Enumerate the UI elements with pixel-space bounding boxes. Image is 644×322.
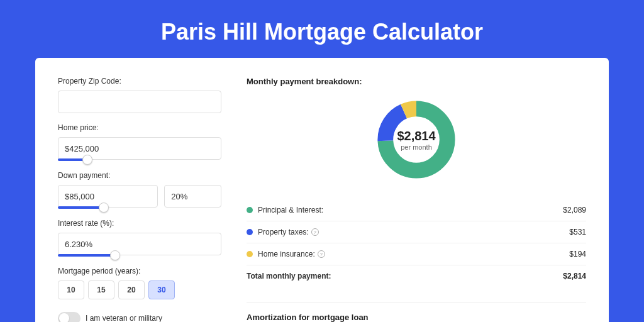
period-btn-15[interactable]: 15: [88, 280, 114, 299]
row-taxes: Property taxes: ? $531: [247, 221, 586, 243]
interest-rate-field: Interest rate (%):: [58, 219, 221, 257]
period-btn-20[interactable]: 20: [118, 280, 145, 299]
breakdown-column: Monthly payment breakdown: $2,814 per mo…: [247, 77, 586, 322]
home-price-field: Home price:: [58, 123, 221, 161]
form-column: Property Zip Code: Home price: Down paym…: [58, 77, 221, 322]
donut-sub: per month: [401, 143, 432, 151]
zip-field: Property Zip Code:: [58, 77, 221, 113]
toggle-switch[interactable]: [58, 312, 80, 322]
interest-rate-label: Interest rate (%):: [58, 219, 221, 228]
row-principal: Principal & Interest: $2,089: [247, 199, 586, 221]
breakdown-rows: Principal & Interest: $2,089 Property ta…: [247, 199, 586, 287]
home-price-label: Home price:: [58, 123, 221, 132]
dot-icon: [247, 229, 253, 235]
interest-rate-input[interactable]: [58, 233, 221, 255]
period-field: Mortgage period (years): 10 15 20 30: [58, 267, 221, 299]
calculator-card: Property Zip Code: Home price: Down paym…: [35, 58, 609, 322]
home-price-slider[interactable]: [58, 158, 87, 161]
row-label: Home insurance: ?: [258, 250, 569, 258]
down-payment-pct-input[interactable]: [164, 185, 221, 208]
amort-title: Amortization for mortgage loan: [247, 313, 586, 322]
info-icon[interactable]: ?: [318, 250, 325, 258]
period-btn-30[interactable]: 30: [148, 280, 175, 299]
row-insurance: Home insurance: ? $194: [247, 243, 586, 265]
total-value: $2,814: [563, 272, 586, 280]
row-value: $2,089: [563, 206, 586, 214]
veteran-toggle[interactable]: I am veteran or military: [58, 312, 221, 322]
breakdown-title: Monthly payment breakdown:: [247, 77, 586, 86]
page-header: Paris Hill Mortgage Calculator: [0, 0, 644, 58]
row-value: $531: [569, 228, 586, 236]
home-price-input[interactable]: [58, 137, 221, 160]
period-label: Mortgage period (years):: [58, 267, 221, 275]
row-label: Property taxes: ?: [258, 228, 569, 236]
donut-chart: $2,814 per month: [247, 99, 586, 180]
total-label: Total monthly payment:: [247, 272, 563, 280]
down-payment-field: Down payment:: [58, 171, 221, 209]
row-label: Principal & Interest:: [258, 206, 563, 214]
dot-icon: [247, 207, 253, 213]
veteran-label: I am veteran or military: [86, 314, 162, 322]
down-payment-slider[interactable]: [58, 206, 104, 209]
donut-value: $2,814: [397, 129, 435, 143]
amortization-section: Amortization for mortgage loan Amortizat…: [247, 302, 586, 322]
card-wrap: Property Zip Code: Home price: Down paym…: [0, 58, 644, 322]
page-title: Paris Hill Mortgage Calculator: [0, 19, 644, 45]
row-total: Total monthly payment: $2,814: [247, 265, 586, 287]
down-payment-label: Down payment:: [58, 171, 221, 180]
interest-rate-slider[interactable]: [58, 254, 115, 257]
period-buttons: 10 15 20 30: [58, 280, 221, 299]
row-value: $194: [569, 250, 586, 258]
dot-icon: [247, 251, 253, 257]
period-btn-10[interactable]: 10: [58, 280, 84, 299]
zip-input[interactable]: [58, 91, 221, 113]
zip-label: Property Zip Code:: [58, 77, 221, 86]
info-icon[interactable]: ?: [311, 228, 319, 236]
